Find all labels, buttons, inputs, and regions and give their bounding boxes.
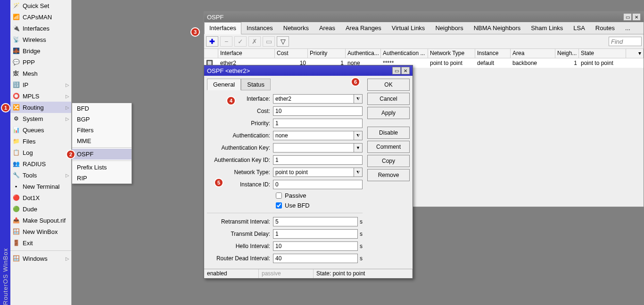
th-authkey[interactable]: Authentication ... xyxy=(381,49,428,58)
interface-input[interactable] xyxy=(273,94,354,104)
dropdown-icon[interactable]: ⧨ xyxy=(354,168,363,177)
sidebar-item-radius[interactable]: 👥RADIUS xyxy=(10,158,71,169)
th-neigh[interactable]: Neigh... xyxy=(555,49,579,58)
ospf-window-title[interactable]: OSPF ▭ ✕ xyxy=(204,12,644,22)
th-auth[interactable]: Authentica... xyxy=(346,49,381,58)
tab-area-ranges[interactable]: Area Ranges xyxy=(340,22,387,34)
close-button[interactable]: ✕ xyxy=(401,67,410,74)
th-instance[interactable]: Instance xyxy=(475,49,511,58)
sidebar-item-bridge[interactable]: 🌉Bridge xyxy=(10,45,71,56)
th-area[interactable]: Area xyxy=(511,49,555,58)
authkey-input[interactable] xyxy=(273,143,354,152)
sidebar-item-mesh[interactable]: 🕸Mesh xyxy=(10,68,71,79)
th-more[interactable]: ▾ xyxy=(626,49,644,58)
transmitdelay-input[interactable] xyxy=(273,229,358,239)
sidebar-item-dot1x[interactable]: 🔴Dot1X xyxy=(10,192,71,203)
dropdown-icon[interactable]: ⧨ xyxy=(354,131,363,140)
th-state[interactable]: State xyxy=(579,49,626,58)
submenu-item-rip[interactable]: RIP xyxy=(72,173,132,184)
disable-button[interactable]: Disable xyxy=(367,127,410,139)
sidebar-item-capsman[interactable]: 📶CAPsMAN xyxy=(10,11,71,23)
tab-lsa[interactable]: LSA xyxy=(568,22,590,34)
submenu-item-prefix-lists[interactable]: Prefix Lists xyxy=(72,162,132,173)
apply-button[interactable]: Apply xyxy=(367,107,410,119)
filter-button[interactable]: ▽ xyxy=(277,36,289,47)
sidebar-item-log[interactable]: 📋Log xyxy=(10,147,71,158)
tab-virtual-links[interactable]: Virtual Links xyxy=(387,22,430,34)
th-blank[interactable] xyxy=(204,49,218,58)
sidebar-item-ppp[interactable]: 💬PPP xyxy=(10,56,71,68)
enable-button[interactable]: ✓ xyxy=(234,36,247,47)
close-button[interactable]: ✕ xyxy=(632,13,641,21)
sidebar-item-exit[interactable]: 🚪Exit xyxy=(10,237,71,249)
usebfd-checkbox[interactable] xyxy=(276,202,282,209)
tab-networks[interactable]: Networks xyxy=(278,22,314,34)
th-cost[interactable]: Cost xyxy=(275,49,308,58)
tab-areas[interactable]: Areas xyxy=(314,22,340,34)
sidebar-item-mpls[interactable]: ⭕MPLS▷ xyxy=(10,90,71,102)
tab-routes[interactable]: Routes xyxy=(590,22,620,34)
icon: 📶 xyxy=(12,13,20,21)
cost-input[interactable] xyxy=(273,106,363,116)
sidebar-item-system[interactable]: ⚙System▷ xyxy=(10,113,71,124)
tab-interfaces[interactable]: Interfaces xyxy=(204,22,241,34)
remove-button[interactable]: − xyxy=(220,36,232,47)
th-priority[interactable]: Priority xyxy=(308,49,346,58)
button-column: OKCancelApplyDisableCommentCopyRemove xyxy=(367,79,410,266)
nettype-input[interactable] xyxy=(273,168,354,177)
th-interface[interactable]: Interface xyxy=(218,49,275,58)
icon: 📋 xyxy=(12,149,20,156)
sidebar-item-quick-set[interactable]: 🪄Quick Set xyxy=(10,0,71,11)
dropdown-icon[interactable]: ⧨ xyxy=(354,94,363,104)
auth-input[interactable] xyxy=(273,131,354,140)
cancel-button[interactable]: Cancel xyxy=(367,93,410,105)
tab-nbma-neighbors[interactable]: NBMA Neighbors xyxy=(469,22,526,34)
authkeyid-input[interactable] xyxy=(273,155,363,165)
sidebar-item-wireless[interactable]: 📡Wireless xyxy=(10,34,71,45)
expand-icon[interactable]: ▼ xyxy=(354,143,363,152)
sidebar-item-new-terminal[interactable]: ▪New Terminal xyxy=(10,181,71,192)
add-button[interactable]: ✚ xyxy=(206,36,218,47)
minimize-button[interactable]: ▭ xyxy=(392,67,401,74)
tab-neighbors[interactable]: Neighbors xyxy=(430,22,468,34)
instanceid-input[interactable] xyxy=(273,180,363,189)
sidebar-item-new-winbox[interactable]: 🪟New WinBox xyxy=(10,226,71,237)
sidebar-item-routing[interactable]: 🔀Routing▷ xyxy=(10,102,71,113)
th-nettype[interactable]: Network Type xyxy=(428,49,475,58)
sidebar-item-tools[interactable]: 🔧Tools▷ xyxy=(10,169,71,181)
retransmit-input[interactable] xyxy=(273,217,358,226)
unit-s: s xyxy=(360,218,363,225)
tab-status[interactable]: Status xyxy=(241,79,271,90)
submenu-item-filters[interactable]: Filters xyxy=(72,125,132,136)
tab-instances[interactable]: Instances xyxy=(241,22,278,34)
submenu-item-mme[interactable]: MME xyxy=(72,136,132,146)
comment-button[interactable]: ▭ xyxy=(263,36,275,47)
comment-button[interactable]: Comment xyxy=(367,141,410,153)
passive-checkbox[interactable] xyxy=(276,193,282,199)
submenu-item-bgp[interactable]: BGP xyxy=(72,114,132,125)
unit-s: s xyxy=(360,231,363,237)
disable-button[interactable]: ✗ xyxy=(248,36,261,47)
sidebar-item-windows[interactable]: 🪟 Windows ▷ xyxy=(10,253,71,264)
submenu-item-ospf[interactable]: OSPF xyxy=(72,149,132,160)
priority-input[interactable] xyxy=(273,119,363,128)
sidebar-item-ip[interactable]: 🔢IP▷ xyxy=(10,79,71,90)
sidebar-item-dude[interactable]: 🟢Dude xyxy=(10,203,71,215)
submenu-item-bfd[interactable]: BFD xyxy=(72,103,132,114)
remove-button[interactable]: Remove xyxy=(367,169,410,181)
tab-sham-links[interactable]: Sham Links xyxy=(526,22,568,34)
tab-general[interactable]: General xyxy=(207,79,241,90)
sidebar-item-make-supout.rif[interactable]: 📤Make Supout.rif xyxy=(10,215,71,226)
sidebar-item-files[interactable]: 📁Files xyxy=(10,136,71,147)
tab--[interactable]: ... xyxy=(620,22,636,34)
callout-6: 6 xyxy=(351,77,360,87)
sidebar-item-interfaces[interactable]: 🔌Interfaces xyxy=(10,23,71,34)
copy-button[interactable]: Copy xyxy=(367,155,410,167)
dead-input[interactable] xyxy=(273,254,358,263)
sidebar-item-queues[interactable]: 📊Queues xyxy=(10,124,71,136)
detail-title[interactable]: OSPF <ether2> ▭ ✕ xyxy=(204,65,413,76)
find-input[interactable] xyxy=(609,37,642,46)
ok-button[interactable]: OK xyxy=(367,79,410,91)
hello-input[interactable] xyxy=(273,241,358,251)
minimize-button[interactable]: ▭ xyxy=(623,13,632,21)
